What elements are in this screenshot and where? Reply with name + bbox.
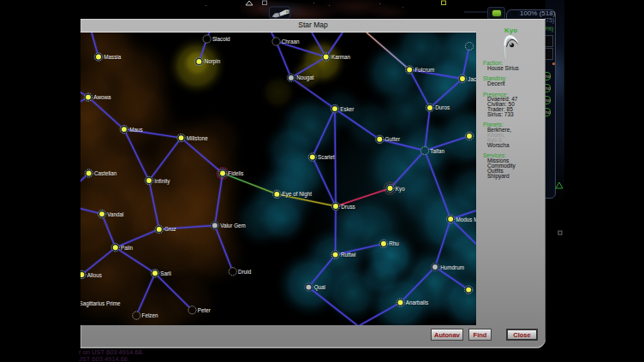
- svg-text:Modus M: Modus M: [456, 217, 477, 223]
- svg-text:Qual: Qual: [314, 284, 325, 291]
- svg-text:Kyo: Kyo: [396, 186, 405, 193]
- svg-text:Maus: Maus: [129, 127, 142, 133]
- svg-text:Peter: Peter: [198, 307, 211, 313]
- svg-text:Millstone: Millstone: [187, 135, 208, 141]
- svg-text:Felzen: Felzen: [142, 312, 158, 318]
- svg-text:Fulcrum: Fulcrum: [415, 67, 435, 73]
- svg-text:Humdrum: Humdrum: [440, 264, 464, 270]
- svg-text:Esker: Esker: [340, 106, 354, 112]
- svg-text:Castellan: Castellan: [94, 170, 117, 176]
- svg-text:Druss: Druss: [341, 204, 355, 210]
- svg-text:Awowa: Awowa: [93, 94, 111, 100]
- svg-text:Valur Gem: Valur Gem: [220, 223, 246, 228]
- svg-text:Eye of Night: Eye of Night: [283, 191, 313, 198]
- svg-text:Chraan: Chraan: [282, 39, 300, 45]
- svg-text:Gruz: Gruz: [164, 226, 176, 232]
- svg-text:Norpin: Norpin: [205, 58, 221, 65]
- svg-text:Infinity: Infinity: [154, 178, 170, 185]
- svg-text:Ruttwi: Ruttwi: [341, 252, 356, 258]
- svg-text:Karman: Karman: [331, 54, 351, 60]
- svg-text:Rhu: Rhu: [389, 240, 399, 246]
- svg-text:Allous: Allous: [87, 272, 102, 278]
- svg-text:Taifan: Taifan: [430, 148, 444, 154]
- svg-text:Scarlet: Scarlet: [318, 154, 335, 160]
- svg-text:Slacoid: Slacoid: [212, 36, 230, 42]
- svg-text:Vandal: Vandal: [107, 211, 123, 217]
- svg-text:Jack: Jack: [468, 76, 476, 82]
- svg-text:Gutter: Gutter: [385, 136, 401, 142]
- svg-text:Massia: Massia: [104, 54, 121, 60]
- svg-text:Anarbalis: Anarbalis: [406, 300, 428, 306]
- svg-text:Fidelis: Fidelis: [228, 170, 243, 176]
- svg-text:Nougat: Nougat: [296, 74, 314, 81]
- svg-text:Druid: Druid: [238, 269, 252, 275]
- svg-text:Sagittarius Prime: Sagittarius Prime: [80, 300, 121, 307]
- svg-text:Palin: Palin: [121, 245, 133, 251]
- svg-text:Sarli: Sarli: [160, 270, 171, 276]
- svg-text:Duros: Duros: [435, 104, 450, 110]
